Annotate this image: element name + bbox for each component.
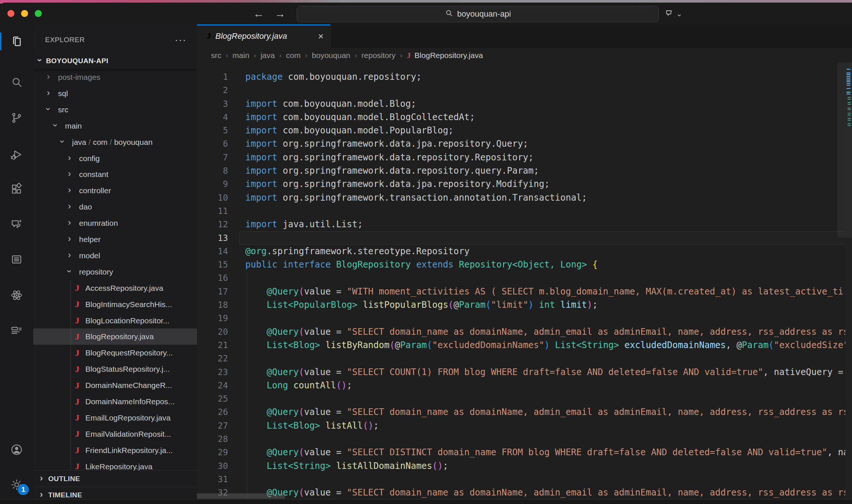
- tree-item-post-images[interactable]: ›post-images: [33, 69, 197, 85]
- code-line-32[interactable]: 32 @Query(value = "SELECT domain_name as…: [197, 486, 846, 499]
- activity-search-icon[interactable]: [0, 69, 33, 95]
- activity-news-feed-icon[interactable]: [0, 318, 33, 345]
- tree-item-blogintimacysearchhis-[interactable]: JBlogIntimacySearchHis...: [33, 296, 197, 313]
- code-line-18[interactable]: 18 List<PopularBlog> listPopularBlogs(@P…: [197, 298, 846, 311]
- back-icon[interactable]: ←: [253, 7, 264, 20]
- chevron-right-icon[interactable]: ›: [68, 202, 71, 211]
- code-line-15[interactable]: 15public interface BlogRepository extend…: [197, 258, 846, 271]
- chevron-down-icon[interactable]: ›: [44, 108, 53, 110]
- activity-chat-icon[interactable]: [0, 211, 33, 238]
- tree-item-friendlinkrepository-ja-[interactable]: JFriendLinkRepository.ja...: [33, 442, 197, 459]
- breadcrumb-item[interactable]: com: [286, 51, 301, 60]
- minimize-window-button[interactable]: [21, 10, 28, 17]
- tree-item-domainnamechanger-[interactable]: JDomainNameChangeR...: [33, 377, 197, 394]
- tree-item-controller[interactable]: ›controller: [33, 183, 197, 199]
- chevron-right-icon[interactable]: ›: [68, 251, 71, 259]
- timeline-panel-header[interactable]: › TIMELINE: [33, 487, 197, 500]
- code-line-3[interactable]: 3import com.boyouquan.model.Blog;: [197, 97, 846, 110]
- code-line-2[interactable]: 2: [197, 84, 846, 97]
- tree-item-blogstatusrepository-j-[interactable]: JBlogStatusRepository.j...: [33, 361, 197, 377]
- code-line-21[interactable]: 21 List<Blog> listByRandom(@Param("exclu…: [197, 338, 846, 352]
- forward-icon[interactable]: →: [275, 7, 286, 20]
- activity-explorer-icon[interactable]: [0, 28, 33, 55]
- close-tab-icon[interactable]: ×: [318, 31, 324, 41]
- code-line-14[interactable]: 14@org.springframework.stereotype.Reposi…: [197, 245, 846, 258]
- outline-panel-header[interactable]: › OUTLINE: [33, 470, 197, 487]
- tree-item-dao[interactable]: ›dao: [33, 199, 197, 215]
- breadcrumb-item[interactable]: repository: [361, 51, 395, 60]
- chevron-right-icon[interactable]: ›: [68, 185, 71, 194]
- code-line-5[interactable]: 5import com.boyouquan.model.PopularBlog;: [197, 124, 846, 137]
- code-line-25[interactable]: 25: [197, 392, 846, 405]
- chevron-right-icon[interactable]: ›: [68, 169, 71, 178]
- code-line-24[interactable]: 24 Long countAll();: [197, 379, 846, 392]
- tree-item-helper[interactable]: ›helper: [33, 231, 197, 248]
- code-line-28[interactable]: 28: [197, 432, 846, 446]
- workspace-section-header[interactable]: › BOYOUQUAN-API: [33, 53, 197, 69]
- code-line-20[interactable]: 20 @Query(value = "SELECT domain_name as…: [197, 325, 846, 338]
- code-line-9[interactable]: 9import org.springframework.data.jpa.rep…: [197, 177, 846, 191]
- copilot-menu[interactable]: ⌄: [665, 3, 682, 24]
- chevron-right-icon[interactable]: ›: [68, 153, 71, 162]
- tree-item-likerepository-java[interactable]: JLikeRepository.java: [33, 459, 197, 470]
- code-line-13[interactable]: 13: [197, 231, 846, 245]
- tree-item-constant[interactable]: ›constant: [33, 166, 197, 183]
- tree-item-enumration[interactable]: ›enumration: [33, 215, 197, 231]
- code-line-30[interactable]: 30 List<String> listAllDomainNames();: [197, 459, 846, 473]
- code-line-7[interactable]: 7import org.springframework.data.reposit…: [197, 151, 846, 164]
- tree-item-repository[interactable]: ›repository: [33, 264, 197, 280]
- chevron-down-icon[interactable]: ›: [51, 124, 60, 127]
- tree-item-bloglocationrepositor-[interactable]: JBlogLocationRepositor...: [33, 313, 197, 329]
- tab-blogrepository[interactable]: J BlogRepository.java ×: [197, 24, 331, 48]
- explorer-actions-button[interactable]: ···: [175, 34, 187, 46]
- code-line-29[interactable]: 29 @Query(value = "SELECT DISTINCT domai…: [197, 446, 846, 459]
- activity-react-devtools-icon[interactable]: [0, 282, 33, 309]
- zoom-window-button[interactable]: [35, 10, 42, 17]
- code-line-26[interactable]: 26 @Query(value = "SELECT domain_name as…: [197, 405, 846, 419]
- chevron-down-icon[interactable]: ›: [58, 140, 67, 143]
- chevron-right-icon[interactable]: ›: [47, 72, 50, 81]
- code-line-4[interactable]: 4import com.boyouquan.model.BlogCollecte…: [197, 110, 846, 124]
- chevron-right-icon[interactable]: ›: [68, 234, 71, 243]
- tree-item-model[interactable]: ›model: [33, 248, 197, 264]
- breadcrumb-item[interactable]: main: [232, 51, 249, 60]
- code-line-6[interactable]: 6import org.springframework.data.jpa.rep…: [197, 137, 846, 150]
- code-line-10[interactable]: 10import org.springframework.transaction…: [197, 191, 846, 204]
- code-editor[interactable]: 1package com.boyouquan.repository;23impo…: [197, 63, 852, 500]
- tree-item-accessrepository-java[interactable]: JAccessRepository.java: [33, 280, 197, 296]
- close-window-button[interactable]: [7, 10, 14, 17]
- code-line-19[interactable]: 19: [197, 311, 846, 325]
- activity-extensions-icon[interactable]: [0, 176, 33, 202]
- code-line-31[interactable]: 31: [197, 473, 846, 486]
- breadcrumb-item[interactable]: java: [260, 51, 275, 60]
- tree-item-main[interactable]: ›main: [33, 118, 197, 134]
- breadcrumb-item[interactable]: src: [211, 51, 221, 60]
- code-line-11[interactable]: 11: [197, 204, 846, 218]
- tree-item-src[interactable]: ›src: [33, 102, 197, 118]
- activity-settings-icon[interactable]: 1: [0, 471, 33, 498]
- tree-item-emailvalidationreposit-[interactable]: JEmailValidationReposit...: [33, 426, 197, 442]
- code-line-17[interactable]: 17 @Query(value = "WITH moment_activitie…: [197, 285, 846, 298]
- code-line-12[interactable]: 12import java.util.List;: [197, 218, 846, 231]
- chevron-right-icon[interactable]: ›: [47, 88, 50, 97]
- breadcrumb-file[interactable]: BlogRepository.java: [415, 51, 483, 60]
- code-line-23[interactable]: 23 @Query(value = "SELECT COUNT(1) FROM …: [197, 365, 846, 379]
- chevron-down-icon[interactable]: ›: [65, 270, 74, 273]
- command-center-search[interactable]: boyouquan-api: [297, 6, 659, 22]
- breadcrumb-item[interactable]: boyouquan: [312, 51, 350, 60]
- horizontal-scrollbar[interactable]: [197, 493, 285, 499]
- chevron-right-icon[interactable]: ›: [68, 218, 71, 227]
- code-line-8[interactable]: 8import org.springframework.data.reposit…: [197, 164, 846, 177]
- tree-item-java-com-boyouquan[interactable]: ›java/com/boyouquan: [33, 134, 197, 150]
- tree-item-sql[interactable]: ›sql: [33, 85, 197, 102]
- code-line-22[interactable]: 22: [197, 352, 846, 365]
- tree-item-domainnameinforepos-[interactable]: JDomainNameInfoRepos...: [33, 394, 197, 410]
- tree-item-emaillogrepository-java[interactable]: JEmailLogRepository.java: [33, 410, 197, 426]
- code-line-16[interactable]: 16: [197, 271, 846, 285]
- activity-run-and-debug-icon[interactable]: [0, 142, 33, 168]
- tree-item-blogrequestrepository-[interactable]: JBlogRequestRepository...: [33, 345, 197, 361]
- tree-item-blogrepository-java[interactable]: JBlogRepository.java: [33, 328, 197, 345]
- activity-list-view-icon[interactable]: [0, 246, 33, 273]
- tree-item-config[interactable]: ›config: [33, 150, 197, 167]
- minimap[interactable]: [845, 63, 852, 500]
